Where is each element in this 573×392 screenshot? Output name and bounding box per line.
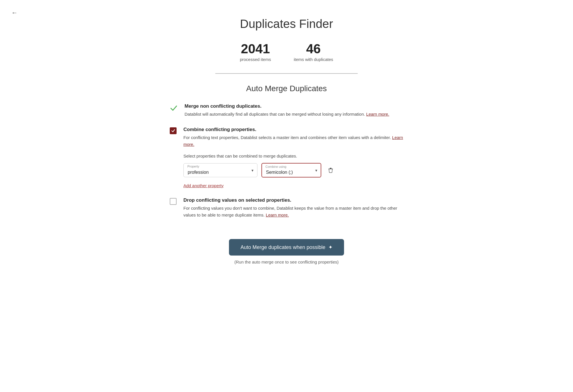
duplicates-label: items with duplicates bbox=[294, 57, 333, 62]
svg-rect-1 bbox=[330, 168, 331, 169]
divider bbox=[215, 73, 358, 74]
sub-label: Select properties that can be combined t… bbox=[183, 154, 403, 158]
property-select-wrapper: Property profession name email company c… bbox=[183, 163, 257, 177]
back-button[interactable]: ← bbox=[10, 8, 19, 18]
drop-conflicting-desc-text: For conflicting values you don't want to… bbox=[183, 206, 397, 217]
combine-conflicting-desc-text: For conflicting text properties, Databli… bbox=[183, 135, 391, 140]
combine-conflicting-title: Combine conflicting properties. bbox=[183, 127, 403, 132]
drop-conflicting-content: Drop conflicting values on selected prop… bbox=[183, 197, 403, 219]
run-note: (Run the auto merge once to see conflict… bbox=[234, 260, 339, 264]
drop-conflicting-learn-more-link[interactable]: Learn more. bbox=[266, 213, 289, 217]
delete-property-button[interactable] bbox=[325, 166, 336, 175]
main-container: Duplicates Finder 2041 processed items 4… bbox=[158, 0, 415, 287]
merge-non-conflicting-desc: Datablist will automatically find all du… bbox=[185, 111, 403, 118]
duplicates-stat: 46 items with duplicates bbox=[294, 42, 333, 62]
drop-conflicting-desc: For conflicting values you don't want to… bbox=[183, 205, 403, 219]
actions-section: Auto Merge duplicates when possible ✦ (R… bbox=[170, 228, 403, 264]
sparkle-icon: ✦ bbox=[328, 244, 333, 250]
merge-non-conflicting-row: Merge non conflicting duplicates. Databl… bbox=[170, 103, 403, 118]
add-property-button[interactable]: Add another property bbox=[183, 183, 224, 188]
combine-conflicting-content: Combine conflicting properties. For conf… bbox=[183, 127, 403, 188]
processed-stat: 2041 processed items bbox=[240, 42, 271, 62]
processed-label: processed items bbox=[240, 57, 271, 62]
drop-conflicting-checkbox[interactable] bbox=[170, 198, 177, 205]
combine-conflicting-row: Combine conflicting properties. For conf… bbox=[170, 127, 403, 188]
drop-conflicting-title: Drop conflicting values on selected prop… bbox=[183, 197, 403, 203]
merge-non-conflicting-content: Merge non conflicting duplicates. Databl… bbox=[185, 103, 403, 118]
combine-conflicting-checkbox[interactable] bbox=[170, 127, 177, 134]
trash-icon bbox=[328, 167, 334, 173]
combine-select[interactable]: Semicolon (;) Comma (,) Pipe (|) Space N… bbox=[262, 164, 321, 177]
processed-count: 2041 bbox=[240, 42, 271, 55]
auto-merge-button[interactable]: Auto Merge duplicates when possible ✦ bbox=[229, 239, 344, 256]
property-row: Property profession name email company c… bbox=[183, 163, 403, 177]
merge-non-conflicting-desc-text: Datablist will automatically find all du… bbox=[185, 112, 365, 117]
merge-non-conflicting-title: Merge non conflicting duplicates. bbox=[185, 103, 403, 109]
property-select[interactable]: profession name email company city bbox=[183, 163, 257, 177]
duplicates-count: 46 bbox=[294, 42, 333, 55]
merge-btn-label: Auto Merge duplicates when possible bbox=[240, 244, 325, 250]
merge-non-conflicting-learn-more-link[interactable]: Learn more. bbox=[366, 112, 389, 117]
drop-conflicting-row: Drop conflicting values on selected prop… bbox=[170, 197, 403, 219]
page-title: Duplicates Finder bbox=[170, 17, 403, 31]
checkmark-icon bbox=[170, 104, 178, 112]
section-title: Auto Merge Duplicates bbox=[170, 84, 403, 93]
combine-sub-section: Select properties that can be combined t… bbox=[183, 154, 403, 188]
stats-row: 2041 processed items 46 items with dupli… bbox=[170, 42, 403, 62]
combine-select-wrapper: Combine using Semicolon (;) Comma (,) Pi… bbox=[261, 163, 321, 177]
back-arrow-icon: ← bbox=[11, 9, 18, 16]
combine-conflicting-desc: For conflicting text properties, Databli… bbox=[183, 134, 403, 148]
